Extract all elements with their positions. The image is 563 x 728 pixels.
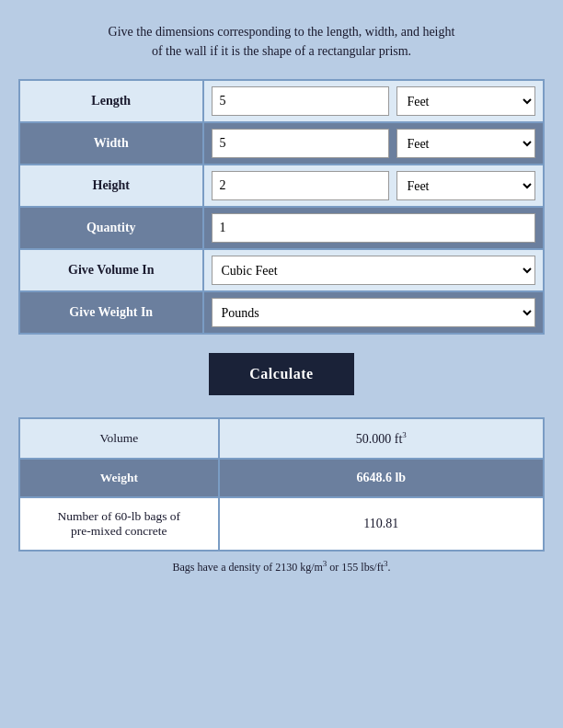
intro-text: Give the dimensions corresponding to the… <box>18 18 545 64</box>
quantity-row: Quantity <box>19 207 544 249</box>
volume-result-row: Volume 50.000 ft3 <box>19 418 544 459</box>
bags-result-row: Number of 60-lb bags of pre-mixed concre… <box>19 497 544 551</box>
quantity-input-cell <box>203 207 545 249</box>
weight-in-label: Give Weight In <box>19 291 203 334</box>
quantity-input[interactable] <box>212 213 536 243</box>
width-unit-select[interactable]: Feet Inches Yards Centimeters Meters <box>396 129 535 158</box>
width-input[interactable] <box>212 129 390 158</box>
height-input[interactable] <box>212 171 390 200</box>
length-input[interactable] <box>212 86 390 116</box>
results-table: Volume 50.000 ft3 Weight 6648.6 lb Numbe… <box>18 417 545 552</box>
width-input-cell: Feet Inches Yards Centimeters Meters <box>203 122 545 165</box>
volume-in-input-cell: Cubic Feet Cubic Inches Cubic Yards Cubi… <box>203 249 545 291</box>
weight-in-row: Give Weight In Pounds Kilograms Tons <box>19 291 544 334</box>
quantity-label: Quantity <box>19 207 203 249</box>
width-label: Width <box>19 122 203 165</box>
weight-result-row: Weight 6648.6 lb <box>19 459 544 497</box>
calculate-button-wrapper: Calculate <box>18 353 545 395</box>
width-row: Width Feet Inches Yards Centimeters Mete… <box>19 122 544 165</box>
bags-result-label: Number of 60-lb bags of pre-mixed concre… <box>19 497 219 551</box>
height-row: Height Feet Inches Yards Centimeters Met… <box>19 165 544 207</box>
weight-result-label: Weight <box>19 459 219 497</box>
length-input-cell: Feet Inches Yards Centimeters Meters <box>203 80 545 122</box>
footnote: Bags have a density of 2130 kg/m3 or 155… <box>18 559 545 574</box>
height-label: Height <box>19 165 203 207</box>
weight-result-value: 6648.6 lb <box>219 459 544 497</box>
weight-in-select[interactable]: Pounds Kilograms Tons <box>212 298 536 327</box>
volume-in-select[interactable]: Cubic Feet Cubic Inches Cubic Yards Cubi… <box>212 256 536 285</box>
volume-result-value: 50.000 ft3 <box>219 418 544 459</box>
height-input-cell: Feet Inches Yards Centimeters Meters <box>203 165 545 207</box>
length-row: Length Feet Inches Yards Centimeters Met… <box>19 80 544 122</box>
weight-in-input-cell: Pounds Kilograms Tons <box>203 291 545 334</box>
volume-in-label: Give Volume In <box>19 249 203 291</box>
length-label: Length <box>19 80 203 122</box>
calculate-button[interactable]: Calculate <box>209 353 353 395</box>
volume-in-row: Give Volume In Cubic Feet Cubic Inches C… <box>19 249 544 291</box>
bags-result-value: 110.81 <box>219 497 544 551</box>
volume-result-label: Volume <box>19 418 219 459</box>
length-unit-select[interactable]: Feet Inches Yards Centimeters Meters <box>396 86 535 116</box>
height-unit-select[interactable]: Feet Inches Yards Centimeters Meters <box>396 171 535 200</box>
input-table: Length Feet Inches Yards Centimeters Met… <box>18 79 545 335</box>
